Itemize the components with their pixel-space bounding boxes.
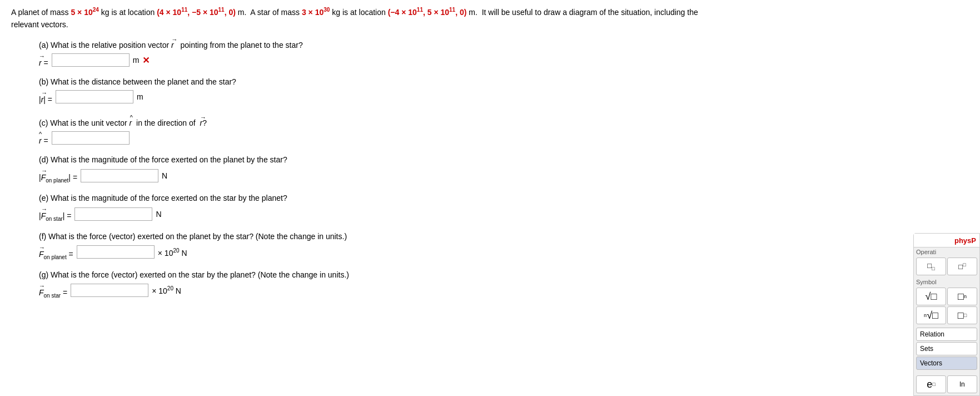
top-button-grid: □□ □□ [914, 255, 979, 278]
physp-title: physP [954, 236, 976, 245]
part-g-vec-label: → Fon star = [39, 283, 67, 299]
abs-btn[interactable]: □□ [947, 306, 977, 324]
part-a-vec-label: → r = [39, 53, 48, 67]
part-d-unit: N [162, 171, 167, 180]
part-a-answer-row: → r = m ✕ [39, 53, 923, 67]
symbols-label: Symbol [914, 278, 979, 285]
exp-btn[interactable]: e□ [916, 375, 946, 393]
part-c-label: (c) What is the unit vector ^r in the di… [39, 114, 923, 127]
sidebar-sections: Relation Sets Vectors [914, 326, 979, 373]
part-a: (a) What is the relative position vector… [39, 41, 923, 67]
operations-label: Operati [914, 248, 979, 255]
part-e-vec-label: |→Fon star| = [39, 206, 71, 222]
part-e: (e) What is the magnitude of the force e… [39, 194, 923, 222]
part-a-error: ✕ [142, 55, 150, 66]
star-location: (−4 × 1011, 5 × 1011, 0) [388, 8, 467, 17]
superscript-btn[interactable]: □□ [947, 258, 977, 275]
vectors-btn[interactable]: Vectors [916, 357, 977, 370]
part-f-label: (f) What is the force (vector) exerted o… [39, 232, 923, 241]
middle-button-grid: √□ □n n√□ □□ [914, 285, 979, 326]
part-b-unit: m [137, 92, 143, 101]
relation-btn[interactable]: Relation [916, 328, 977, 341]
ln-btn[interactable]: ln [947, 375, 977, 393]
part-d-answer-row: |→Fon planet| = N [39, 167, 923, 184]
part-c-input[interactable] [52, 131, 130, 145]
part-g-label: (g) What is the force (vector) exerted o… [39, 270, 923, 279]
planet-mass: 5 × 1024 [71, 8, 98, 17]
part-d-input[interactable] [81, 169, 158, 182]
part-a-input[interactable] [52, 53, 130, 67]
part-e-unit: N [156, 210, 161, 219]
sidebar-panel: physP Operati □□ □□ Symbol √□ □n n√□ □□ … [913, 233, 980, 396]
problem-statement: A planet of mass 5 × 1024 kg is at locat… [11, 6, 923, 31]
part-f-unit: × 1020 N [158, 248, 187, 258]
part-c: (c) What is the unit vector ^r in the di… [39, 114, 923, 145]
part-g: (g) What is the force (vector) exerted o… [39, 270, 923, 299]
part-c-answer-row: ^ r = [39, 131, 923, 145]
part-b-label: (b) What is the distance between the pla… [39, 77, 923, 86]
part-c-vec-label: ^ r = [39, 131, 48, 145]
part-f-input[interactable] [77, 245, 155, 259]
part-d: (d) What is the magnitude of the force e… [39, 155, 923, 184]
part-e-label: (e) What is the magnitude of the force e… [39, 194, 923, 202]
part-f: (f) What is the force (vector) exerted o… [39, 232, 923, 260]
part-b: (b) What is the distance between the pla… [39, 77, 923, 104]
part-a-label: (a) What is the relative position vector… [39, 41, 923, 50]
bottom-button-grid: e□ ln [914, 373, 979, 395]
part-b-vec-label: |→r| = [39, 90, 52, 104]
part-d-vec-label: |→Fon planet| = [39, 167, 77, 184]
part-e-answer-row: |→Fon star| = N [39, 206, 923, 222]
part-e-input[interactable] [74, 207, 152, 221]
nth-sqrt-btn[interactable]: n√□ [916, 306, 946, 324]
main-content: A planet of mass 5 × 1024 kg is at locat… [0, 0, 934, 314]
part-g-answer-row: → Fon star = × 1020 N [39, 283, 923, 299]
part-b-input[interactable] [56, 90, 133, 103]
sets-btn[interactable]: Sets [916, 342, 977, 355]
sqrt-btn[interactable]: √□ [916, 288, 946, 305]
part-g-input[interactable] [71, 284, 148, 297]
part-g-unit: × 1020 N [152, 285, 181, 295]
part-f-answer-row: → Fon planet = × 1020 N [39, 244, 923, 260]
planet-location: (4 × 1011, −5 × 1011, 0) [157, 8, 236, 17]
star-mass: 3 × 1030 [302, 8, 330, 17]
part-d-label: (d) What is the magnitude of the force e… [39, 155, 923, 164]
nth-root-btn[interactable]: □n [947, 288, 977, 305]
part-f-vec-label: → Fon planet = [39, 244, 73, 260]
part-a-unit: m [133, 56, 140, 65]
physp-header: physP [914, 234, 979, 248]
part-b-answer-row: |→r| = m [39, 90, 923, 104]
fraction-btn[interactable]: □□ [916, 258, 946, 275]
